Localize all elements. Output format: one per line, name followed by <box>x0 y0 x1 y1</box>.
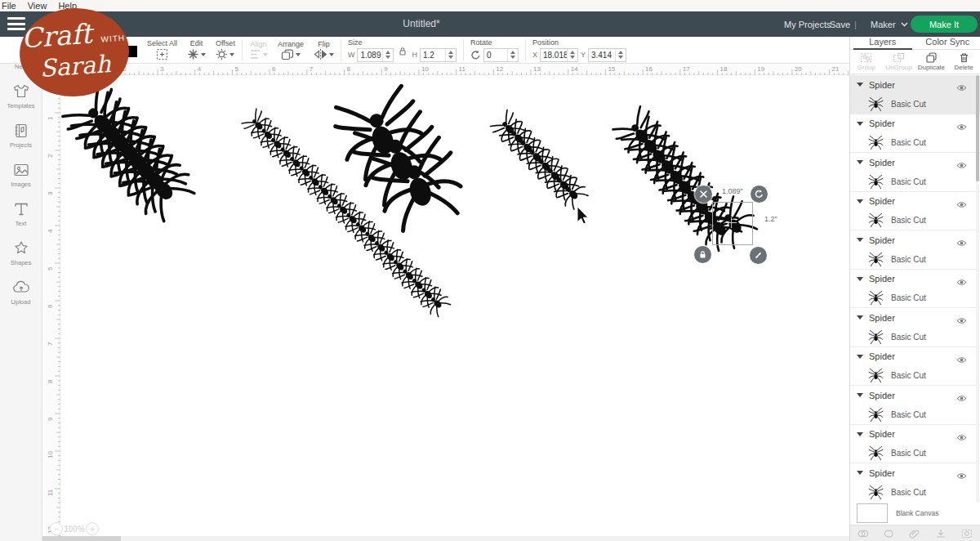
caret-down-icon[interactable] <box>857 238 863 242</box>
layer-item[interactable]: Basic Cut <box>850 249 980 269</box>
tab-layers[interactable]: Layers <box>850 37 915 49</box>
make-it-button[interactable]: Make It <box>911 16 978 33</box>
x-stepper[interactable] <box>567 49 577 61</box>
layer-group[interactable]: SpiderBasic Cut <box>850 75 980 114</box>
slice-icon[interactable] <box>850 529 876 539</box>
layer-item[interactable]: Basic Cut <box>850 405 980 424</box>
layer-item[interactable]: Basic Cut <box>850 133 980 153</box>
select-all-button[interactable]: Select All <box>147 39 177 60</box>
eye-icon[interactable] <box>956 313 967 328</box>
layer-item[interactable]: Basic Cut <box>850 211 980 230</box>
document-title[interactable]: Untitled* <box>381 18 462 29</box>
y-stepper[interactable] <box>615 49 626 61</box>
caret-down-icon[interactable] <box>857 83 863 87</box>
layer-group[interactable]: SpiderBasic Cut <box>850 230 980 270</box>
layers-scrollbar[interactable] <box>976 75 979 502</box>
eye-icon[interactable] <box>956 468 967 483</box>
eye-icon[interactable] <box>956 80 967 95</box>
layer-header[interactable]: Spider <box>850 425 980 444</box>
layer-group[interactable]: SpiderBasic Cut <box>850 270 980 309</box>
y-position-input[interactable] <box>589 51 615 60</box>
blank-canvas-row[interactable]: Blank Canvas <box>850 502 980 525</box>
layer-item[interactable]: Basic Cut <box>850 172 980 191</box>
caret-down-icon[interactable] <box>857 199 863 203</box>
rotate-stepper[interactable] <box>507 49 518 61</box>
layer-header[interactable]: Spider <box>850 463 980 482</box>
align-menu-button[interactable]: Align <box>249 40 268 60</box>
tab-color-sync[interactable]: Color Sync <box>915 37 980 49</box>
flip-menu-button[interactable]: Flip <box>314 40 334 60</box>
eye-icon[interactable] <box>956 235 967 250</box>
resize-handle[interactable] <box>750 247 767 264</box>
arrange-menu-button[interactable]: Arrange <box>278 40 304 60</box>
attach-icon[interactable] <box>902 529 929 539</box>
rotate-input[interactable] <box>484 51 507 60</box>
caret-down-icon[interactable] <box>857 432 863 436</box>
layer-header[interactable]: Spider <box>850 386 980 405</box>
layer-item[interactable]: Basic Cut <box>850 482 980 502</box>
eye-icon[interactable] <box>956 275 967 289</box>
width-stepper[interactable] <box>382 49 393 61</box>
lock-aspect-icon[interactable] <box>398 46 408 56</box>
caret-down-icon[interactable] <box>857 355 863 359</box>
sidebar-item-shapes[interactable]: Shapes <box>0 233 42 272</box>
layer-item[interactable]: Basic Cut <box>850 94 980 114</box>
layer-group[interactable]: SpiderBasic Cut <box>850 463 980 502</box>
eye-icon[interactable] <box>956 119 967 134</box>
menu-file[interactable]: File <box>2 1 16 11</box>
eye-icon[interactable] <box>956 391 967 405</box>
rotate-handle[interactable] <box>751 186 768 203</box>
layer-item[interactable]: Basic Cut <box>850 327 980 347</box>
layer-header[interactable]: Spider <box>850 308 980 327</box>
canvas-artwork[interactable] <box>42 64 849 541</box>
eye-icon[interactable] <box>956 352 967 367</box>
caret-down-icon[interactable] <box>857 471 863 475</box>
layer-header[interactable]: Spider <box>850 75 980 94</box>
duplicate-button[interactable]: Duplicate <box>915 52 948 71</box>
delete-handle[interactable] <box>695 186 712 203</box>
layer-group[interactable]: SpiderBasic Cut <box>850 114 980 154</box>
layer-header[interactable]: Spider <box>850 153 980 172</box>
x-position-input[interactable] <box>541 51 567 60</box>
layer-group[interactable]: SpiderBasic Cut <box>850 425 980 464</box>
zoom-out-button[interactable]: − <box>50 522 63 535</box>
eye-icon[interactable] <box>956 430 967 445</box>
canvas-horizontal-scrollbar[interactable] <box>42 536 849 541</box>
my-projects-link[interactable]: My Projects <box>784 11 831 37</box>
lock-handle[interactable] <box>694 246 711 263</box>
layer-header[interactable]: Spider <box>850 347 980 366</box>
edit-menu-button[interactable]: Edit <box>187 39 206 60</box>
delete-button[interactable]: Delete <box>947 52 980 71</box>
contour-icon[interactable] <box>954 529 980 539</box>
caret-down-icon[interactable] <box>857 277 863 281</box>
menu-view[interactable]: View <box>28 1 47 11</box>
ungroup-button[interactable]: UnGroup <box>883 52 915 71</box>
sidebar-item-images[interactable]: Images <box>0 154 42 194</box>
sidebar-item-text[interactable]: Text <box>0 194 42 233</box>
caret-down-icon[interactable] <box>857 393 863 397</box>
layer-group[interactable]: SpiderBasic Cut <box>850 347 980 387</box>
eye-icon[interactable] <box>956 197 967 212</box>
layers-scrollbar-thumb[interactable] <box>976 75 979 181</box>
layer-group[interactable]: SpiderBasic Cut <box>850 386 980 425</box>
layer-item[interactable]: Basic Cut <box>850 444 980 463</box>
weld-icon[interactable] <box>876 529 902 539</box>
sidebar-item-projects[interactable]: Projects <box>0 115 42 154</box>
height-stepper[interactable] <box>445 49 456 61</box>
sidebar-item-upload[interactable]: Upload <box>0 272 42 311</box>
height-input[interactable] <box>421 51 445 60</box>
layer-header[interactable]: Spider <box>850 270 980 288</box>
layer-header[interactable]: Spider <box>850 192 980 211</box>
layer-header[interactable]: Spider <box>850 230 980 249</box>
caret-down-icon[interactable] <box>857 122 863 126</box>
layer-item[interactable]: Basic Cut <box>850 288 980 308</box>
layer-group[interactable]: SpiderBasic Cut <box>850 153 980 192</box>
eye-icon[interactable] <box>956 158 967 172</box>
layer-item[interactable]: Basic Cut <box>850 366 980 386</box>
save-link[interactable]: Save <box>830 11 850 37</box>
caret-down-icon[interactable] <box>857 160 863 164</box>
layer-group[interactable]: SpiderBasic Cut <box>850 308 980 347</box>
width-input[interactable] <box>358 51 382 60</box>
scrollbar-thumb[interactable] <box>42 536 121 541</box>
layer-header[interactable]: Spider <box>850 114 980 133</box>
